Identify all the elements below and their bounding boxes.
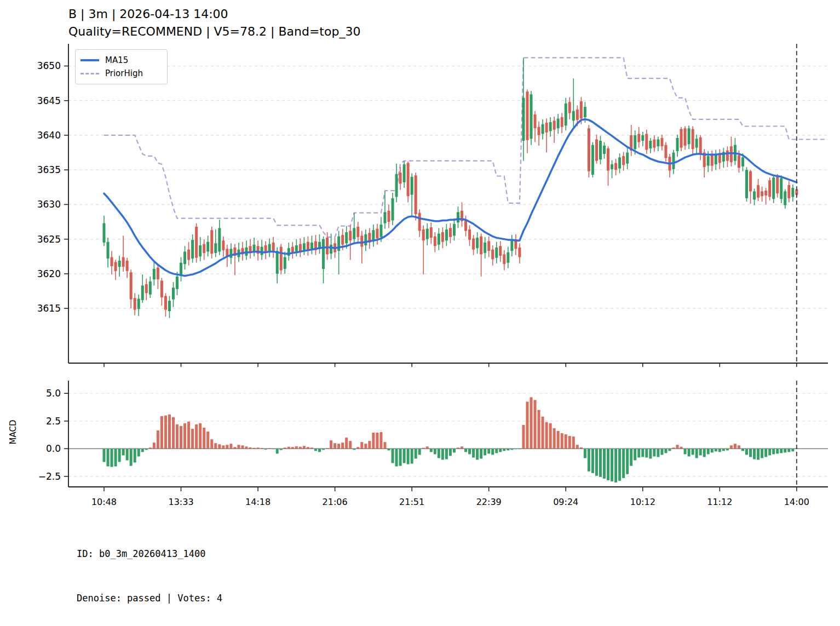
candle-body [660,138,663,146]
macd-bar [449,449,452,456]
x-tick-label: 10:48 [91,497,117,507]
macd-bar [464,449,467,452]
candle-body [711,154,714,165]
macd-bar [226,445,228,449]
candle-body [214,243,217,253]
y-tick-label: −2.5 [38,471,61,482]
candle-body [707,156,710,166]
candle-body [595,140,598,161]
candle-body [692,129,694,150]
macd-bar [438,449,440,458]
macd-bar [534,400,537,449]
candle-body [295,245,298,251]
macd-bar [668,449,671,451]
candle-body [626,153,629,164]
candle-body [445,229,448,240]
x-tick-label: 13:33 [168,497,193,507]
macd-bar [757,449,760,460]
macd-bar [603,449,606,479]
y-tick-label: 3645 [37,95,61,106]
macd-bar [484,449,486,455]
candle-body [518,248,521,257]
candle-body [715,154,717,164]
macd-bar [407,449,410,464]
macd-bar [784,449,786,452]
candle-body [411,177,413,195]
macd-bar [607,449,609,480]
macd-bar [376,433,378,449]
macd-bar [487,449,490,453]
macd-bar [791,449,794,451]
candle-body [176,277,179,289]
macd-bar [645,449,648,457]
macd-bar [322,449,325,450]
macd-bar [461,446,463,449]
candle-body [757,185,760,198]
candle-body [545,123,548,133]
candle-body [599,141,602,159]
macd-bar [530,397,532,449]
candle-body [407,163,410,197]
macd-bar [261,448,263,449]
candle-body [738,156,740,168]
candle-body [415,175,417,214]
candle-body [526,91,528,140]
candle-body [530,94,532,139]
macd-bar [561,433,563,449]
macd-bar [172,417,175,449]
macd-bar [168,415,171,449]
macd-bar [491,449,494,455]
macd-bar [761,449,763,458]
macd-bar [715,449,717,451]
macd-bar [399,449,402,466]
candle-body [272,243,275,251]
macd-bar [415,449,417,458]
candle-body [203,244,205,252]
macd-bar [206,432,209,449]
macd-bar [218,444,221,449]
macd-bar [241,445,244,449]
candle-body [276,251,279,274]
candle-body [268,244,271,251]
candle-body [653,140,655,148]
candle-body [195,227,198,258]
macd-bar [245,446,248,449]
macd-bar [584,449,586,458]
macd-bar [137,449,140,456]
candle-body [280,247,283,271]
candle-body [780,178,783,199]
macd-bar [180,426,182,449]
macd-bar [657,449,659,457]
candle-body [438,234,440,245]
candle-body [603,146,606,154]
candle-body [611,164,613,169]
macd-bar [772,449,775,454]
candle-body [122,257,125,267]
macd-bar [307,447,309,449]
macd-bar [379,432,382,449]
macd-bar [303,446,306,449]
legend-label: PriorHigh [105,68,143,78]
candle-body [218,228,221,251]
candle-body [761,191,763,196]
y-tick-label: 3615 [37,303,61,314]
macd-bar [214,443,217,449]
macd-bar [753,449,756,459]
candle-body [441,232,444,242]
x-tick-label: 14:18 [245,497,271,507]
macd-bar [641,449,644,457]
candle-body [141,285,144,300]
macd-bar [445,449,448,459]
candle-body [426,229,429,239]
macd-bar [588,449,590,471]
macd-bar [468,449,471,454]
candle-body [191,240,194,259]
candle-body [387,211,390,222]
macd-bar [141,449,144,452]
macd-bar [557,431,560,449]
candle-body [522,98,525,141]
macd-bar [634,449,636,460]
candle-body [772,177,775,199]
candle-body [484,243,486,253]
x-tick-label: 10:12 [630,497,655,507]
